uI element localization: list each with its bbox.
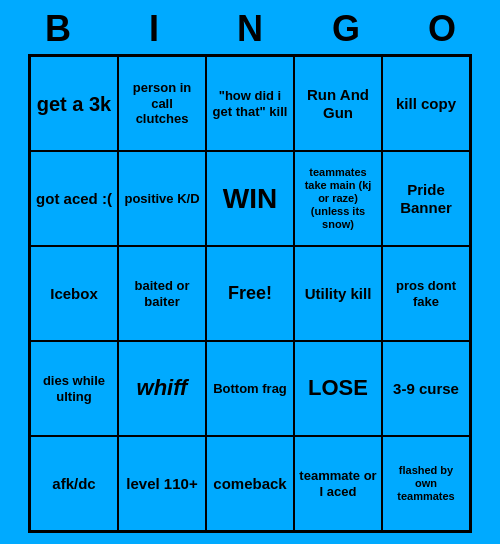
cell-15: dies while ulting <box>30 341 118 436</box>
cell-19: 3-9 curse <box>382 341 470 436</box>
cell-4: kill copy <box>382 56 470 151</box>
bingo-grid: get a 3kperson in call clutches"how did … <box>28 54 472 533</box>
cell-20: afk/dc <box>30 436 118 531</box>
title-row: B I N G O <box>10 0 490 54</box>
cell-14: pros dont fake <box>382 246 470 341</box>
cell-5: got aced :( <box>30 151 118 246</box>
cell-13: Utility kill <box>294 246 382 341</box>
cell-18: LOSE <box>294 341 382 436</box>
title-b: B <box>18 8 98 50</box>
cell-21: level 110+ <box>118 436 206 531</box>
cell-9: Pride Banner <box>382 151 470 246</box>
cell-3: Run And Gun <box>294 56 382 151</box>
cell-16: whiff <box>118 341 206 436</box>
cell-17: Bottom frag <box>206 341 294 436</box>
cell-8: teammates take main (kj or raze) (unless… <box>294 151 382 246</box>
title-i: I <box>114 8 194 50</box>
cell-10: Icebox <box>30 246 118 341</box>
cell-2: "how did i get that" kill <box>206 56 294 151</box>
cell-7: WIN <box>206 151 294 246</box>
title-n: N <box>210 8 290 50</box>
cell-1: person in call clutches <box>118 56 206 151</box>
cell-6: positive K/D <box>118 151 206 246</box>
cell-12: Free! <box>206 246 294 341</box>
cell-23: teammate or I aced <box>294 436 382 531</box>
cell-11: baited or baiter <box>118 246 206 341</box>
title-g: G <box>306 8 386 50</box>
cell-22: comeback <box>206 436 294 531</box>
title-o: O <box>402 8 482 50</box>
cell-24: flashed by own teammates <box>382 436 470 531</box>
cell-0: get a 3k <box>30 56 118 151</box>
